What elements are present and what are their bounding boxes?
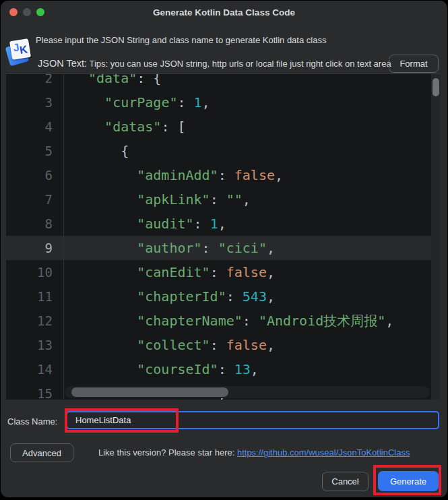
vertical-scrollbar-thumb[interactable] (433, 78, 439, 96)
class-name-label: Class Name: (7, 416, 57, 427)
line-number: 13 (6, 333, 53, 357)
line-number: 14 (6, 357, 53, 381)
code-line-current: 9 "author": "cici", (6, 236, 441, 260)
code-line: 3 "curPage": 1, (6, 90, 441, 115)
line-number: 3 (6, 90, 53, 115)
code-line: 4 "datas": [ (6, 115, 441, 139)
horizontal-scrollbar-thumb[interactable] (71, 387, 228, 397)
format-button[interactable]: Format (389, 55, 439, 73)
line-number: 5 (6, 139, 53, 163)
dialog-window: Generate Kotlin Data Class Code J K Plea… (1, 1, 447, 497)
code-line: 6 "adminAdd": false, (6, 163, 441, 187)
code-rows: 2"data": { 3 "curPage": 1, 4 "datas": [ … (6, 73, 441, 400)
code-line: 11 "chapterId": 543, (6, 284, 441, 309)
advanced-button[interactable]: Advanced (10, 443, 73, 462)
code-line: 13 "collect": false, (6, 333, 441, 357)
code-line: 8 "audit": 1, (6, 212, 441, 236)
tips-text: Tips: you can use JSON string, http urls… (87, 59, 391, 69)
line-number: 12 (6, 309, 53, 333)
code-line: 10 "canEdit": false, (6, 260, 441, 284)
code-line: 2"data": { (6, 73, 441, 90)
json-text-label: JSON Text: (38, 58, 87, 69)
line-number: 9 (6, 236, 53, 260)
line-number: 15 (6, 381, 53, 400)
horizontal-scrollbar-track[interactable] (65, 386, 430, 398)
window-title: Generate Kotlin Data Class Code (1, 7, 447, 18)
instruction-text: Please input the JSON String and class n… (36, 35, 326, 45)
code-line: 7 "apkLink": "", (6, 187, 441, 212)
code-line: 14 "courseId": 13, (6, 357, 441, 381)
cancel-button[interactable]: Cancel (322, 472, 369, 491)
star-text: Like this version? Please star here: (98, 447, 237, 458)
vertical-scrollbar-track[interactable] (431, 74, 441, 400)
json-text-tips: JSON Text: Tips: you can use JSON string… (38, 58, 391, 69)
line-number: 6 (6, 163, 53, 187)
github-link[interactable]: https://github.com/wuseal/JsonToKotlinCl… (237, 447, 410, 458)
json-text-area[interactable]: 2"data": { 3 "curPage": 1, 4 "datas": [ … (6, 73, 441, 400)
generate-button[interactable]: Generate (378, 471, 439, 491)
titlebar: Generate Kotlin Data Class Code (1, 1, 447, 24)
line-number: 7 (6, 187, 53, 212)
code-line: 12 "chapterName": "Android技术周报", (6, 309, 441, 333)
star-message: Like this version? Please star here: htt… (98, 447, 410, 458)
app-logo-icon: J K (7, 38, 32, 68)
class-name-input[interactable] (66, 411, 439, 429)
line-number: 11 (6, 284, 53, 309)
line-number: 10 (6, 260, 53, 284)
line-number: 2 (6, 73, 53, 90)
code-line: 5 { (6, 139, 441, 163)
line-number: 8 (6, 212, 53, 236)
line-number: 4 (6, 115, 53, 139)
